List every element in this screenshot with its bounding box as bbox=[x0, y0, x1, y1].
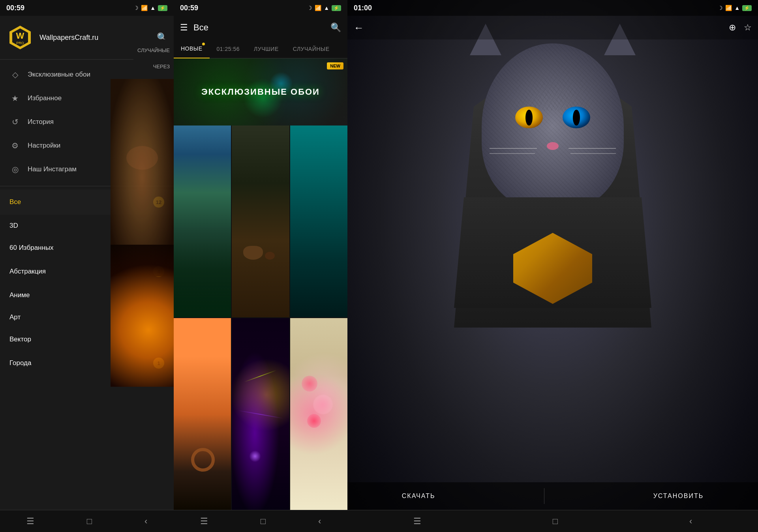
cat-eyes bbox=[482, 107, 624, 128]
panel-detail: 01:00 ☽ 📶 ▲ ⚡ ← ⊕ ☆ bbox=[347, 0, 758, 532]
star-icon: ★ bbox=[9, 94, 21, 103]
moon-icon-3: ☽ bbox=[718, 5, 723, 11]
signal-icon-1: 📶 bbox=[141, 5, 148, 11]
favorite-icon[interactable]: ☆ bbox=[744, 22, 752, 33]
grid-cell-car[interactable] bbox=[174, 318, 231, 510]
panel-gallery: 00:59 ☽ 📶 ▲ ⚡ ☰ Все 🔍 НОВЫЕ 01:25:56 ЛУЧ… bbox=[174, 0, 347, 532]
bottom-back-1[interactable]: ‹ bbox=[137, 513, 155, 530]
status-bar-3: 01:00 ☽ 📶 ▲ ⚡ bbox=[347, 0, 758, 16]
wallpaper-full-view bbox=[347, 0, 758, 532]
partial-tab-2: ЧЕРЕЗ bbox=[137, 61, 170, 72]
moon-icon-1: ☽ bbox=[133, 5, 139, 11]
hoodie-front bbox=[454, 197, 651, 308]
grid-cell-teapot[interactable] bbox=[232, 126, 289, 317]
cat-face bbox=[482, 43, 624, 209]
whisker-left-2 bbox=[490, 153, 535, 154]
status-icons-2: ☽ 📶 ▲ ⚡ bbox=[307, 5, 341, 11]
tab-new[interactable]: НОВЫЕ bbox=[174, 39, 210, 58]
status-time-1: 00:59 bbox=[6, 4, 24, 12]
bottom-home-2[interactable]: □ bbox=[253, 513, 274, 530]
moon-icon-2: ☽ bbox=[307, 5, 312, 11]
wifi-icon-3: ▲ bbox=[734, 5, 740, 11]
back-button[interactable]: ← bbox=[354, 22, 364, 34]
category-all-label: Все bbox=[9, 198, 21, 206]
settings-icon: ⚙ bbox=[9, 141, 21, 150]
hoodie-pattern bbox=[513, 233, 592, 304]
bottom-nav-2: ☰ □ ‹ bbox=[174, 510, 347, 532]
category-vector-label: Вектор bbox=[9, 335, 31, 343]
grid-cell-abstract[interactable] bbox=[232, 318, 289, 510]
grid-cell-flowers[interactable] bbox=[290, 318, 347, 510]
nav-history-label: История bbox=[28, 118, 54, 126]
detail-actions: ⊕ ☆ bbox=[729, 22, 752, 33]
wifi-icon-2: ▲ bbox=[324, 5, 329, 11]
install-button[interactable]: УСТАНОВИТЬ bbox=[653, 493, 704, 500]
battery-icon-1: ⚡ bbox=[158, 5, 167, 11]
svg-text:W: W bbox=[16, 31, 24, 41]
bottom-home-1[interactable]: □ bbox=[79, 513, 100, 530]
category-60fav-label: 60 Избранных bbox=[9, 244, 54, 252]
bottom-back-2[interactable]: ‹ bbox=[310, 513, 329, 530]
whisker-right-2 bbox=[570, 153, 616, 154]
tab-best[interactable]: ЛУЧШИЕ bbox=[247, 39, 286, 58]
bottom-nav-3: ☰ □ ‹ bbox=[347, 510, 758, 532]
save-icon[interactable]: ⊕ bbox=[729, 22, 736, 33]
nav-exclusive-label: Эксклюзивные обои bbox=[28, 71, 90, 79]
nav-settings-label: Настройки bbox=[28, 142, 60, 150]
tab-best-label: ЛУЧШИЕ bbox=[254, 46, 279, 52]
grid-cell-teal[interactable] bbox=[290, 126, 347, 317]
bottom-menu-3[interactable]: ☰ bbox=[405, 513, 429, 530]
exclusive-banner[interactable]: ЭКСКЛЮЗИВНЫЕ ОБОИ NEW bbox=[174, 58, 347, 126]
download-button[interactable]: СКАЧАТЬ bbox=[402, 493, 435, 500]
exclusive-icon: ◇ bbox=[9, 70, 21, 79]
bottom-back-3[interactable]: ‹ bbox=[681, 513, 700, 530]
nav-favorites-label: Избранное bbox=[28, 94, 62, 102]
gallery-title: Все bbox=[193, 22, 325, 33]
bottom-home-3[interactable]: □ bbox=[545, 513, 566, 530]
category-3d-label: 3D bbox=[9, 222, 18, 230]
category-anime-label: Аниме bbox=[9, 291, 30, 299]
nav-instagram-label: Наш Инстаграм bbox=[28, 165, 77, 173]
ring-bg bbox=[111, 245, 174, 387]
detail-topbar: ← ⊕ ☆ bbox=[347, 16, 758, 39]
tab-random-label: СЛУЧАЙНЫЕ bbox=[293, 46, 330, 52]
tab-timer-label: 01:25:56 bbox=[217, 46, 240, 52]
status-icons-1: ☽ 📶 ▲ ⚡ bbox=[133, 5, 167, 11]
status-bar-2: 00:59 ☽ 📶 ▲ ⚡ bbox=[174, 0, 347, 16]
battery-icon-2: ⚡ bbox=[332, 5, 341, 11]
instagram-icon: ◎ bbox=[9, 165, 21, 174]
signal-icon-3: 📶 bbox=[725, 5, 732, 11]
cat-eye-blue bbox=[563, 107, 590, 128]
status-time-3: 01:00 bbox=[354, 4, 372, 12]
gallery-topbar: ☰ Все 🔍 bbox=[174, 16, 347, 39]
tab-new-dot bbox=[202, 43, 205, 45]
gallery-menu-icon[interactable]: ☰ bbox=[180, 22, 188, 33]
battery-icon-3: ⚡ bbox=[742, 5, 752, 11]
brand-name: WallpapersCraft.ru bbox=[39, 34, 98, 42]
status-bar-1: 00:59 ☽ 📶 ▲ ⚡ bbox=[0, 0, 174, 16]
tab-timer[interactable]: 01:25:56 bbox=[210, 39, 247, 58]
cat-head bbox=[454, 32, 651, 308]
category-cities-label: Города bbox=[9, 359, 31, 367]
banner-title: ЭКСКЛЮЗИВНЫЕ ОБОИ bbox=[201, 87, 320, 97]
gallery-tabs: НОВЫЕ 01:25:56 ЛУЧШИЕ СЛУЧАЙНЫЕ bbox=[174, 39, 347, 58]
partial-tab-1: СЛУЧАЙНЫЕ bbox=[137, 45, 170, 56]
banner-badge: NEW bbox=[327, 62, 343, 69]
fur-texture bbox=[493, 51, 612, 111]
logo-hex: W PRO bbox=[6, 24, 34, 51]
grid-cell-landscape[interactable] bbox=[174, 126, 231, 317]
wifi-icon-1: ▲ bbox=[150, 5, 156, 11]
status-icons-3: ☽ 📶 ▲ ⚡ bbox=[718, 5, 752, 11]
category-abstract-label: Абстракция bbox=[9, 268, 46, 275]
tab-new-label: НОВЫЕ bbox=[181, 45, 203, 52]
cat-nose bbox=[547, 142, 559, 150]
action-divider bbox=[544, 488, 544, 504]
bottom-nav-1: ☰ □ ‹ bbox=[0, 510, 174, 532]
wallpaper-grid bbox=[174, 126, 347, 510]
gallery-search-icon[interactable]: 🔍 bbox=[330, 22, 341, 33]
tab-random[interactable]: СЛУЧАЙНЫЕ bbox=[286, 39, 337, 58]
bottom-menu-1[interactable]: ☰ bbox=[19, 513, 42, 530]
bottom-menu-2[interactable]: ☰ bbox=[192, 513, 216, 530]
signal-icon-2: 📶 bbox=[315, 5, 321, 11]
cat-eye-yellow bbox=[515, 107, 543, 128]
